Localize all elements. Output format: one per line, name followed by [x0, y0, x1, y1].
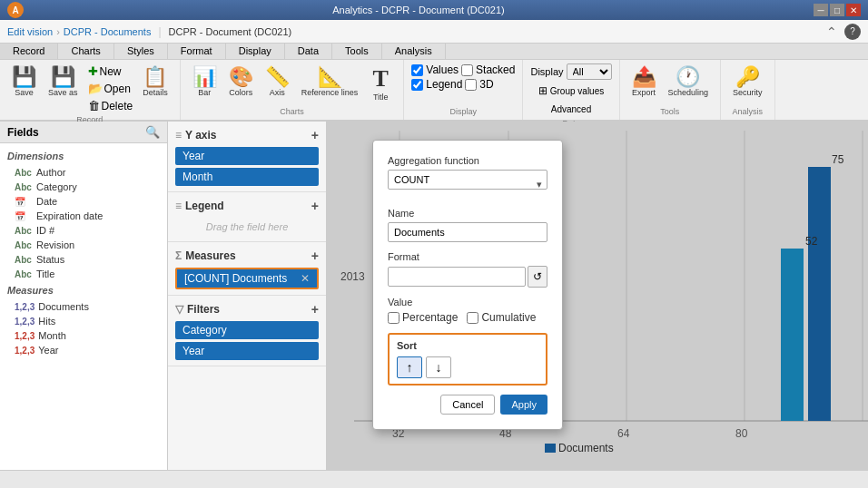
field-id[interactable]: Abc ID #: [0, 223, 167, 238]
minimize-button[interactable]: ─: [814, 4, 828, 16]
ribbon-group-tools: 📤 Export 🕐 Scheduling Tools: [620, 60, 722, 120]
y-axis-header: ≡ Y axis +: [172, 125, 322, 145]
app-icon: A: [7, 2, 24, 18]
format-input[interactable]: [388, 267, 526, 287]
delete-button[interactable]: 🗑 Delete: [85, 98, 136, 113]
y-axis-add-button[interactable]: +: [311, 128, 319, 142]
collapse-button[interactable]: ⌃: [826, 24, 837, 39]
year-chip[interactable]: Year: [175, 147, 319, 165]
value-label: Value: [388, 297, 547, 307]
cumulative-label[interactable]: Cumulative: [467, 311, 536, 324]
field-label-year: Year: [38, 345, 58, 356]
num-icon-hits: 1,2,3: [15, 317, 35, 327]
cumulative-checkbox[interactable]: [467, 312, 478, 324]
year-filter-label: Year: [182, 345, 204, 357]
display-select[interactable]: All: [567, 63, 612, 80]
axis-button[interactable]: 📏 Axis: [261, 63, 294, 100]
stacked-checkbox[interactable]: [461, 64, 473, 76]
legend-label: Legend: [185, 200, 224, 212]
apply-button[interactable]: Apply: [500, 395, 547, 415]
charts-content: 📊 Bar 🎨 Colors 📏 Axis 📐 Reference lines …: [188, 63, 397, 105]
month-chip[interactable]: Month: [175, 168, 319, 186]
percentage-label[interactable]: Percentage: [388, 311, 458, 324]
measures-label-cfg: Measures: [185, 249, 235, 262]
close-button[interactable]: ✕: [846, 4, 861, 16]
filters-add-button[interactable]: +: [311, 302, 319, 317]
measures-header: Measures: [0, 281, 167, 299]
tab-styles[interactable]: Styles: [114, 44, 168, 59]
field-month[interactable]: 1,2,3 Month: [0, 328, 167, 343]
field-label-month: Month: [38, 330, 66, 341]
details-button[interactable]: 📋 Details: [138, 63, 173, 100]
advanced-label: Advanced: [551, 104, 591, 114]
field-status[interactable]: Abc Status: [0, 252, 167, 267]
save-as-button[interactable]: 💾 Save as: [44, 63, 83, 100]
values-row: Values Stacked: [411, 63, 515, 76]
count-documents-close[interactable]: ✕: [301, 272, 310, 285]
colors-button[interactable]: 🎨 Colors: [224, 63, 258, 100]
legend-checkbox[interactable]: [411, 79, 423, 91]
tab-record[interactable]: Record: [0, 44, 58, 59]
tab-data[interactable]: Data: [285, 44, 332, 59]
sort-desc-button[interactable]: ↓: [426, 356, 451, 378]
field-year[interactable]: 1,2,3 Year: [0, 343, 167, 357]
chart-area: 2013 2 75 52 32 48 64 80 Documents Aggre…: [327, 122, 868, 470]
reference-lines-button[interactable]: 📐 Reference lines: [297, 63, 363, 100]
legend-add-button[interactable]: +: [311, 199, 319, 213]
field-category[interactable]: Abc Category: [0, 180, 167, 194]
scheduling-button[interactable]: 🕐 Scheduling: [664, 63, 714, 100]
security-button[interactable]: 🔑 Security: [728, 63, 767, 100]
year-filter-chip[interactable]: Year: [175, 342, 319, 360]
edit-vision-link[interactable]: Edit vision: [7, 26, 53, 37]
legend-icon: ≡: [175, 200, 182, 212]
field-documents[interactable]: 1,2,3 Documents: [0, 299, 167, 314]
num-icon-month: 1,2,3: [15, 331, 35, 341]
percentage-checkbox[interactable]: [388, 312, 399, 324]
open-button[interactable]: 📂 Open: [85, 81, 136, 96]
modal-dialog: Aggregation function COUNT SUM AVG MIN M…: [372, 140, 563, 430]
field-date[interactable]: 📅 Date: [0, 194, 167, 209]
tab-analysis[interactable]: Analysis: [382, 44, 446, 59]
tab-tools[interactable]: Tools: [332, 44, 382, 59]
export-button[interactable]: 📤 Export: [627, 63, 661, 100]
tab-charts[interactable]: Charts: [58, 44, 113, 59]
field-author[interactable]: Abc Author: [0, 165, 167, 180]
legend-label: Legend: [426, 78, 462, 91]
name-input[interactable]: [388, 222, 547, 242]
title-button[interactable]: T Title: [365, 63, 396, 104]
measures-add-button[interactable]: +: [311, 249, 319, 263]
date-icon-date: 📅: [15, 197, 33, 207]
tab-display[interactable]: Display: [226, 44, 285, 59]
fields-content: Dimensions Abc Author Abc Category 📅 Dat…: [0, 143, 167, 470]
field-title[interactable]: Abc Title: [0, 267, 167, 281]
field-hits[interactable]: 1,2,3 Hits: [0, 314, 167, 328]
ribbon-group-record: 💾 Save 💾 Save as ✚ New 📂 Open 🗑 Delete: [0, 60, 181, 120]
format-refresh-button[interactable]: ↺: [528, 266, 547, 288]
analysis-group-label: Analysis: [728, 107, 767, 116]
legend-drop-zone: Drag the field here: [172, 216, 322, 238]
category-filter-chip[interactable]: Category: [175, 321, 319, 339]
field-expiration-date[interactable]: 📅 Expiration date: [0, 209, 167, 223]
sort-asc-button[interactable]: ↑: [397, 356, 422, 378]
count-documents-chip[interactable]: [COUNT] Documents ✕: [175, 268, 319, 289]
field-label-title: Title: [36, 268, 54, 279]
tab-format[interactable]: Format: [168, 44, 226, 59]
cancel-button[interactable]: Cancel: [440, 395, 495, 415]
bar-label: Bar: [198, 88, 211, 97]
aggregation-select[interactable]: COUNT SUM AVG MIN MAX: [388, 170, 547, 190]
advanced-button[interactable]: Advanced: [547, 102, 596, 117]
save-as-label: Save as: [48, 88, 78, 97]
3d-checkbox[interactable]: [465, 79, 477, 91]
field-revision[interactable]: Abc Revision: [0, 238, 167, 252]
group-values-button[interactable]: ⊞ Group values: [534, 82, 608, 100]
help-button[interactable]: ?: [844, 24, 861, 40]
document-link[interactable]: DCPR - Documents: [64, 26, 152, 37]
new-button[interactable]: ✚ New: [85, 63, 136, 79]
bar-button[interactable]: 📊 Bar: [188, 63, 222, 100]
save-button[interactable]: 💾 Save: [7, 63, 41, 100]
values-checkbox[interactable]: [411, 64, 423, 76]
num-icon-year: 1,2,3: [15, 346, 35, 356]
maximize-button[interactable]: □: [830, 4, 844, 16]
search-icon[interactable]: 🔍: [145, 125, 160, 139]
measures-header-cfg: Σ Measures +: [172, 246, 322, 266]
